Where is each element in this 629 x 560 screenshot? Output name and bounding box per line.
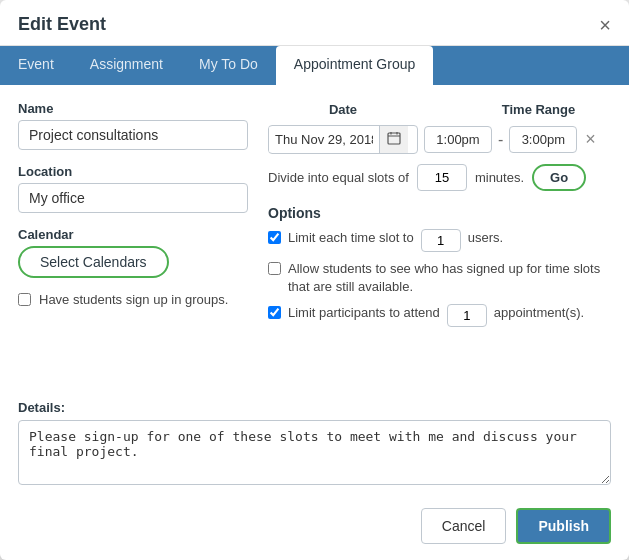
limit-timeslot-label-before: Limit each time slot to — [288, 229, 414, 247]
slots-label-after: minutes. — [475, 170, 524, 185]
details-section: Details: Please sign-up for one of these… — [0, 400, 629, 498]
limit-participants-checkbox[interactable] — [268, 306, 281, 319]
allow-students-label: Allow students to see who has signed up … — [288, 260, 611, 296]
name-field-group: Name — [18, 101, 248, 150]
slots-label-before: Divide into equal slots of — [268, 170, 409, 185]
options-title: Options — [268, 205, 611, 221]
time-dash: - — [498, 131, 503, 149]
calendar-label: Calendar — [18, 227, 248, 242]
calendar-icon — [387, 131, 401, 145]
go-button[interactable]: Go — [532, 164, 586, 191]
options-section: Options Limit each time slot to users. A… — [268, 205, 611, 327]
limit-participants-label-before: Limit participants to attend — [288, 304, 440, 322]
date-input[interactable] — [269, 127, 379, 152]
right-panel: Date Time Range — [268, 101, 611, 384]
date-time-header: Date Time Range — [268, 101, 611, 117]
svg-rect-0 — [388, 133, 400, 144]
details-label: Details: — [18, 400, 611, 415]
time-range-col-label: Time Range — [502, 102, 575, 117]
tab-event[interactable]: Event — [0, 46, 72, 85]
limit-timeslot-label-after: users. — [468, 229, 503, 247]
tab-my-to-do[interactable]: My To Do — [181, 46, 276, 85]
allow-students-checkbox[interactable] — [268, 262, 281, 275]
select-calendars-button[interactable]: Select Calendars — [18, 246, 169, 278]
date-time-row: - × — [268, 125, 611, 154]
left-panel: Name Location Calendar Select Calendars … — [18, 101, 248, 384]
limit-timeslot-checkbox[interactable] — [268, 231, 281, 244]
location-input[interactable] — [18, 183, 248, 213]
limit-users-input[interactable] — [421, 229, 461, 252]
limit-participants-row: Limit participants to attend appointment… — [268, 304, 611, 327]
modal-body: Name Location Calendar Select Calendars … — [0, 85, 629, 400]
edit-event-modal: Edit Event × Event Assignment My To Do A… — [0, 0, 629, 560]
modal-header: Edit Event × — [0, 0, 629, 46]
allow-students-row: Allow students to see who has signed up … — [268, 260, 611, 296]
students-signup-label: Have students sign up in groups. — [39, 292, 228, 307]
students-signup-checkbox[interactable] — [18, 293, 31, 306]
location-field-group: Location — [18, 164, 248, 213]
slots-row: Divide into equal slots of minutes. Go — [268, 164, 611, 191]
location-label: Location — [18, 164, 248, 179]
time-start-input[interactable] — [424, 126, 492, 153]
slots-input[interactable] — [417, 164, 467, 191]
remove-time-button[interactable]: × — [583, 129, 598, 150]
students-signup-row: Have students sign up in groups. — [18, 292, 248, 307]
date-input-wrap — [268, 125, 418, 154]
tab-bar: Event Assignment My To Do Appointment Gr… — [0, 46, 629, 85]
details-textarea[interactable]: Please sign-up for one of these slots to… — [18, 420, 611, 485]
name-label: Name — [18, 101, 248, 116]
tab-assignment[interactable]: Assignment — [72, 46, 181, 85]
calendar-field-group: Calendar Select Calendars — [18, 227, 248, 278]
modal-footer: Cancel Publish — [0, 498, 629, 560]
limit-participants-label-after: appointment(s). — [494, 304, 584, 322]
limit-timeslot-row: Limit each time slot to users. — [268, 229, 611, 252]
time-end-input[interactable] — [509, 126, 577, 153]
close-button[interactable]: × — [599, 15, 611, 35]
date-col-label: Date — [329, 102, 357, 117]
modal-title: Edit Event — [18, 14, 106, 35]
attend-input[interactable] — [447, 304, 487, 327]
publish-button[interactable]: Publish — [516, 508, 611, 544]
tab-appointment-group[interactable]: Appointment Group — [276, 46, 433, 85]
cancel-button[interactable]: Cancel — [421, 508, 507, 544]
name-input[interactable] — [18, 120, 248, 150]
calendar-icon-button[interactable] — [379, 126, 408, 153]
